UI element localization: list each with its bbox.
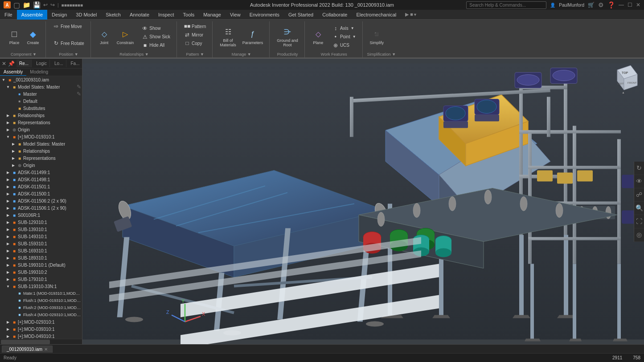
save-icon[interactable]: 💾 <box>33 1 41 8</box>
tree-item-substitutes[interactable]: ■ Substitutes <box>0 105 82 112</box>
parameters-button[interactable]: ƒ Parameters <box>240 24 266 49</box>
tree-item-origin[interactable]: ▶ ⊕ Origin <box>0 126 82 133</box>
cart-icon[interactable]: 🛒 <box>588 2 595 8</box>
menu-sketch[interactable]: Sketch <box>101 10 125 20</box>
expand-adsk2[interactable]: ▶ <box>5 178 11 182</box>
tree-item-adsk011501[interactable]: ▶ ■ ADSK-011501:1 <box>0 183 82 190</box>
expand-model-states[interactable]: ▼ <box>5 85 11 89</box>
menu-view[interactable]: View <box>226 10 245 20</box>
tree-item-adsk011498[interactable]: ▶ ■ ADSK-011498:1 <box>0 176 82 183</box>
expand-adsk1[interactable]: ▶ <box>5 171 11 175</box>
panel-close-icon[interactable]: ✕ <box>2 61 6 67</box>
menu-electromechanical[interactable]: Electromechanical <box>352 10 401 20</box>
tree-item-sub149310[interactable]: ▶ ■ SUB-149310:1 <box>0 233 82 240</box>
tree-item-adsk011500[interactable]: ▶ ■ ADSK-011500:1 <box>0 190 82 197</box>
expand-adsk5[interactable]: ▶ <box>5 199 11 203</box>
zoom-all-tool[interactable]: ◎ <box>634 228 644 242</box>
tree-item-mod039310[interactable]: ▶ ■ [+]:MOD-039310:1 <box>0 325 82 333</box>
simplify-button[interactable]: ◾ Simplify <box>367 24 387 49</box>
subtab-assembly[interactable]: Assembly <box>0 69 26 76</box>
panel-tab-lo[interactable]: Lo... <box>52 60 66 67</box>
tree-item-sub199310-2[interactable]: ▶ ■ SUB-199310:2 <box>0 268 82 276</box>
tab-main-iam[interactable]: _0012009310.iam ✕ <box>2 346 53 353</box>
help-icon[interactable]: ❓ <box>607 1 615 8</box>
expand-mod039310[interactable]: ▶ <box>5 327 11 331</box>
tree-item-root[interactable]: ▼ ■ _0012009310.iam <box>0 76 82 83</box>
create-button[interactable]: ◆ Create <box>24 24 42 49</box>
subtab-modeling[interactable]: Modeling <box>26 69 52 76</box>
mirror-button[interactable]: ⇄ Mirror <box>181 31 209 39</box>
panel-tab-fa[interactable]: Fa... <box>68 60 83 67</box>
orbit-tool[interactable]: ↻ <box>634 162 644 175</box>
tree-item-sub189310[interactable]: ▶ ■ SUB-189310:1 <box>0 254 82 261</box>
tree-item-representations[interactable]: ▶ ■ Representations <box>0 119 82 126</box>
tree-item-flush1[interactable]: ■ Flush:1 (MOD-019310:1,MOD-039310:1 <box>0 297 82 304</box>
menu-collaborate[interactable]: Collaborate <box>318 10 352 20</box>
zoom-tool[interactable]: 🔍 <box>634 202 644 215</box>
new-icon[interactable]: ▢ <box>13 1 20 9</box>
expand-relationships[interactable]: ▶ <box>5 114 11 118</box>
tree-item-mod029310[interactable]: ▶ ■ [+]:MOD-029310:1 <box>0 318 82 325</box>
menu-file[interactable]: File <box>0 10 17 20</box>
tree-item-model-states[interactable]: ▼ ■ Model States: Master ✎ <box>0 83 82 90</box>
edit-icon-1[interactable]: ✎ <box>77 84 81 90</box>
show-sick-button[interactable]: ⚠ Show Sick <box>139 33 173 41</box>
expand-sub10[interactable]: ▼ <box>5 285 11 289</box>
expand-rep2[interactable]: ▶ <box>11 156 16 160</box>
ground-root-button[interactable]: ⋺ Ground andRoot <box>274 24 301 49</box>
expand-sub2[interactable]: ▶ <box>5 228 11 232</box>
show-button[interactable]: 👁 Show <box>139 24 173 33</box>
expand-sub7[interactable]: ▶ <box>5 263 11 267</box>
tree-item-flush2[interactable]: ■ Flush:2 (MOD-039310:1,MOD-039310:1 <box>0 304 82 311</box>
panel-pin-icon[interactable]: 📌 <box>8 61 15 67</box>
tree-item-sub139310[interactable]: ▶ ■ SUB-139310:1 <box>0 226 82 233</box>
tree-item-sub119310-33n[interactable]: ▼ ■ SUB-119310-33N:1 <box>0 283 82 290</box>
axis-button[interactable]: ↕ Axis ▼ <box>330 24 359 33</box>
toolbar-extra-icons[interactable]: ■■■■■■■■ <box>62 3 83 8</box>
panel-tab-re[interactable]: Re... <box>16 60 32 67</box>
minimize-icon[interactable]: — <box>619 2 624 8</box>
menu-manage[interactable]: Manage <box>199 10 226 20</box>
expand-adsk4[interactable]: ▶ <box>5 192 11 196</box>
tree-item-sub199310-def[interactable]: ▶ ■ SUB-199310:1 (Default) <box>0 261 82 268</box>
expand-rel2[interactable]: ▶ <box>11 149 16 153</box>
undo-icon[interactable]: ↩ <box>43 2 48 8</box>
expand-s1[interactable]: ▶ <box>5 213 11 217</box>
tree-item-relationships[interactable]: ▶ ■ Relationships <box>0 112 82 119</box>
expand-sub1[interactable]: ▶ <box>5 220 11 224</box>
expand-adsk6[interactable]: ▶ <box>5 206 11 210</box>
expand-mod029310[interactable]: ▶ <box>5 320 11 324</box>
menu-3dmodel[interactable]: 3D Model <box>71 10 101 20</box>
constrain-button[interactable]: ▷ Constrain <box>114 24 137 49</box>
menu-extra[interactable]: ▶ ■▼ <box>401 10 422 20</box>
tree-item-adsk011506-2[interactable]: ▶ ■ ADSK-011506:2 (2 x 90) <box>0 197 82 204</box>
point-button[interactable]: • Point ▼ <box>330 33 359 41</box>
tree-item-default[interactable]: ■ Default <box>0 98 82 105</box>
hide-all-button[interactable]: ■ Hide All <box>139 41 173 49</box>
tree-item-relationships-2[interactable]: ▶ ■ Relationships <box>0 147 82 155</box>
expand-adsk3[interactable]: ▶ <box>5 185 11 189</box>
expand-origin[interactable]: ▶ <box>5 128 11 132</box>
expand-sub4[interactable]: ▶ <box>5 242 11 246</box>
tree-item-sub169310[interactable]: ▶ ■ SUB-169310:1 <box>0 247 82 254</box>
expand-sub5[interactable]: ▶ <box>5 249 11 253</box>
expand-sub9[interactable]: ▶ <box>5 277 11 281</box>
expand-orig2[interactable]: ▶ <box>11 163 16 167</box>
tree-item-model-states-2[interactable]: ▶ ■ Model States: Master <box>0 140 82 147</box>
pattern-button[interactable]: ​■■ Pattern <box>181 22 209 30</box>
tree-item-adsk011506-1[interactable]: ▶ ■ ADSK-011506:1 (2 x 90) <box>0 204 82 212</box>
free-move-button[interactable]: ⇨ Free Move <box>50 22 87 30</box>
menu-inspect[interactable]: Inspect <box>154 10 178 20</box>
search-input[interactable] <box>466 1 546 9</box>
menu-assemble[interactable]: Assemble <box>17 10 47 20</box>
expand-mod049310[interactable]: ▶ <box>5 334 11 338</box>
menu-tools[interactable]: Tools <box>179 10 199 20</box>
tree-area[interactable]: ▼ ■ _0012009310.iam ▼ ■ Model States: Ma… <box>0 76 82 339</box>
expand-root[interactable]: ▼ <box>1 78 6 82</box>
expand-sub6[interactable]: ▶ <box>5 256 11 260</box>
pan-tool[interactable]: ☍ <box>634 188 644 202</box>
open-icon[interactable]: 📁 <box>23 1 30 8</box>
tree-item-adsk011499[interactable]: ▶ ■ ADSK-011499:1 <box>0 169 82 176</box>
edit-icon-2[interactable]: ✎ <box>77 91 81 97</box>
place-button[interactable]: □ Place <box>5 24 23 49</box>
